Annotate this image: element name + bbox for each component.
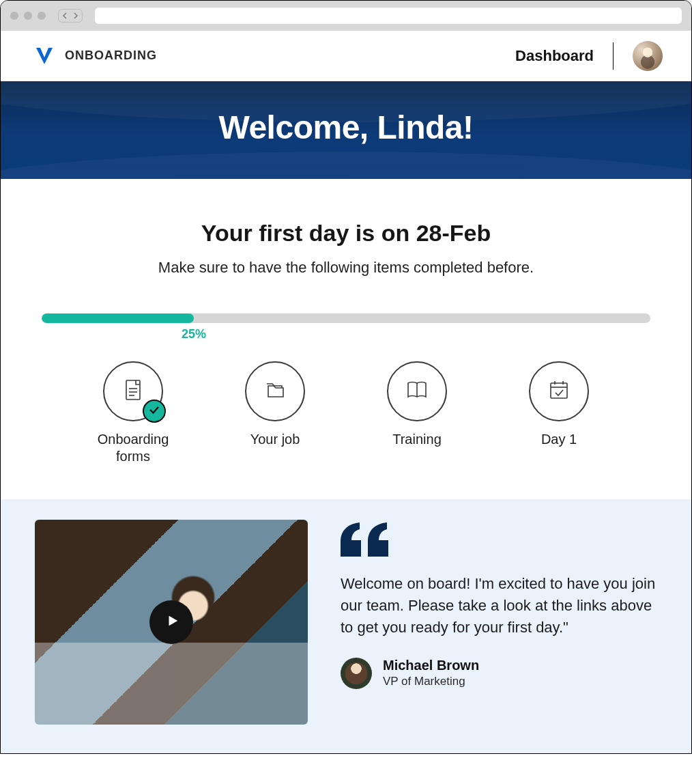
progress-percent-label: 25% — [182, 327, 206, 341]
browser-chrome — [1, 1, 691, 31]
step-your-job[interactable]: Your job — [218, 361, 332, 465]
step-label: Day 1 — [541, 431, 577, 448]
video-play-button[interactable] — [149, 600, 193, 644]
welcome-heading: Welcome, Linda! — [14, 109, 678, 146]
browser-window: ONBOARDING Dashboard Welcome, Linda! You… — [0, 0, 692, 754]
step-day-1[interactable]: Day 1 — [502, 361, 616, 465]
traffic-light-close[interactable] — [10, 12, 18, 20]
step-circle — [529, 361, 589, 421]
progress-bar: 25% — [42, 313, 650, 323]
traffic-light-minimize[interactable] — [24, 12, 32, 20]
topbar-right: Dashboard — [515, 41, 663, 71]
check-icon — [147, 403, 161, 419]
step-circle — [103, 361, 163, 421]
steps-row: Onboarding forms Your job — [42, 361, 650, 465]
svg-rect-1 — [126, 380, 140, 400]
app-root: ONBOARDING Dashboard Welcome, Linda! You… — [1, 31, 691, 753]
author-title: VP of Marketing — [383, 675, 479, 688]
calendar-icon — [545, 376, 573, 406]
play-icon — [162, 613, 180, 631]
author-name: Michael Brown — [383, 658, 479, 673]
first-day-heading: Your first day is on 28-Feb — [42, 220, 650, 247]
brand-logo-icon — [33, 45, 55, 67]
quote-body: Welcome on board! I'm excited to have yo… — [341, 520, 657, 689]
progress-track — [42, 313, 650, 323]
step-circle — [245, 361, 305, 421]
browser-back-icon[interactable] — [61, 10, 68, 22]
browser-url-bar[interactable] — [95, 8, 682, 24]
topbar-divider — [613, 42, 614, 70]
step-complete-badge — [143, 400, 166, 423]
step-training[interactable]: Training — [360, 361, 474, 465]
browser-forward-icon[interactable] — [72, 10, 79, 22]
step-label: Onboarding forms — [98, 431, 169, 465]
folder-icon — [261, 376, 289, 406]
brand[interactable]: ONBOARDING — [33, 45, 157, 67]
user-avatar[interactable] — [633, 41, 663, 71]
book-icon — [403, 376, 431, 406]
hero-banner: Welcome, Linda! — [1, 81, 691, 179]
step-onboarding-forms[interactable]: Onboarding forms — [76, 361, 190, 465]
step-label: Training — [392, 431, 442, 448]
topbar: ONBOARDING Dashboard — [1, 31, 691, 81]
dashboard-link[interactable]: Dashboard — [515, 47, 594, 65]
progress-fill — [42, 313, 194, 323]
author-avatar — [341, 658, 372, 689]
step-circle — [387, 361, 447, 421]
svg-point-0 — [48, 47, 51, 50]
quote-mark-icon — [341, 522, 657, 559]
welcome-quote-section: Welcome on board! I'm excited to have yo… — [1, 499, 691, 753]
first-day-subtext: Make sure to have the following items co… — [42, 259, 650, 277]
step-label: Your job — [250, 431, 300, 448]
browser-nav-arrows — [58, 9, 83, 23]
document-icon — [119, 376, 147, 406]
first-day-section: Your first day is on 28-Feb Make sure to… — [1, 179, 691, 499]
traffic-light-zoom[interactable] — [38, 12, 46, 20]
brand-name: ONBOARDING — [65, 48, 157, 63]
quote-text: Welcome on board! I'm excited to have yo… — [341, 573, 657, 639]
quote-author: Michael Brown VP of Marketing — [341, 658, 657, 689]
welcome-video-thumbnail[interactable] — [35, 520, 308, 725]
svg-rect-6 — [551, 383, 567, 398]
